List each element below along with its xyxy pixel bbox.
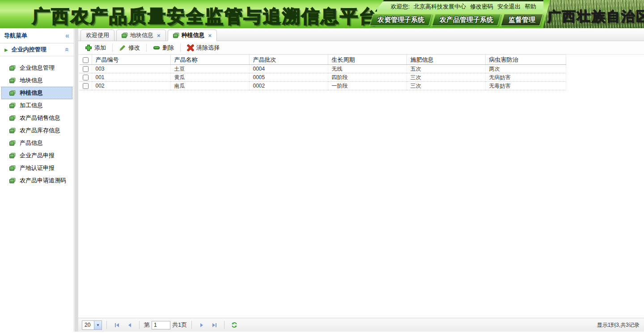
button-label: 修改	[128, 44, 140, 52]
cell-product-code: 001	[92, 73, 170, 82]
edit-icon	[119, 44, 126, 51]
sidebar-item-plot-info[interactable]: 地块信息	[0, 74, 74, 87]
tab-label: 地块信息	[130, 31, 153, 39]
cell-product-name: 土豆	[170, 65, 249, 73]
close-icon[interactable]: ×	[208, 32, 212, 39]
sidebar-item-label: 企业信息管理	[20, 64, 55, 72]
accordion-header-internal-control[interactable]: ▶ 企业内控管理 «	[0, 43, 74, 56]
next-page-button[interactable]	[196, 320, 207, 330]
cell-product-batch: 0004	[249, 65, 328, 73]
cell-fertilization: 五次	[407, 65, 485, 73]
sidebar-item-label: 产地认证申报	[20, 164, 55, 172]
column-header-product-code[interactable]: 产品编号	[92, 55, 170, 65]
folder-icon	[9, 115, 16, 121]
sidebar-item-label: 农产品销售信息	[20, 114, 60, 122]
sidebar-item-enterprise-info[interactable]: 企业信息管理	[0, 62, 74, 74]
tab-plot-info[interactable]: 地块信息 ×	[116, 30, 166, 41]
total-pages-label: 共1页	[172, 321, 187, 329]
sidebar-item-product-info[interactable]: 产品信息	[0, 137, 74, 149]
add-button[interactable]: 添加	[81, 42, 110, 53]
cell-pest-control: 无毒妨害	[485, 82, 566, 90]
button-label: 添加	[94, 44, 106, 52]
folder-icon	[9, 90, 16, 96]
application-window: 广西农产品质量安全监管与追溯信息平台 欢迎您: 北京高科技发展中心 修改密码 安…	[0, 0, 644, 333]
help-link[interactable]: 帮助	[525, 3, 536, 11]
column-header-pest-control[interactable]: 病虫害防治	[485, 55, 566, 65]
row-checkbox[interactable]	[83, 83, 89, 89]
refresh-button[interactable]	[229, 320, 240, 330]
pager-separator	[139, 321, 140, 329]
sidebar-item-label: 产品信息	[20, 139, 43, 147]
change-password-link[interactable]: 修改密码	[470, 3, 493, 11]
sidebar-item-product-declaration[interactable]: 企业产品申报	[0, 149, 74, 162]
sidebar-splitter[interactable]	[75, 28, 78, 332]
pager-status: 显示1到3,共3记录	[597, 321, 640, 329]
header-right-area: 欢迎您: 北京高科技发展中心 修改密码 安全退出 帮助 农资管理子系统 农产品管…	[371, 0, 543, 26]
row-checkbox[interactable]	[83, 75, 89, 80]
cell-product-name: 黄瓜	[170, 73, 249, 82]
tab-planting-info[interactable]: 种植信息 ×	[168, 30, 217, 41]
select-all-checkbox[interactable]	[83, 57, 89, 63]
sidebar-item-processing-info[interactable]: 加工信息	[0, 99, 74, 112]
page-size-select[interactable]: 20 ▼	[82, 320, 102, 330]
folder-icon	[9, 65, 16, 71]
table-header-row: 产品编号 产品名称 产品批次 生长周期 施肥信息 病虫害防治	[80, 55, 566, 65]
first-page-icon	[114, 322, 120, 328]
page-number-input[interactable]	[152, 321, 170, 329]
subsystem-tab-supervision[interactable]: 监督管理	[500, 14, 543, 26]
sidebar-item-origin-certification[interactable]: 产地认证申报	[0, 162, 74, 174]
logout-link[interactable]: 安全退出	[497, 3, 521, 11]
delete-button[interactable]: 删除	[149, 42, 178, 53]
table-row[interactable]: 002 南瓜 0002 一阶段 三次 无毒妨害	[80, 82, 566, 90]
cell-product-name: 南瓜	[170, 82, 249, 90]
folder-icon	[9, 165, 16, 171]
navigation-sidebar: 导航菜单 « ▶ 企业内控管理 « 企业信息管理 地块信息 种植信息 加工信息	[0, 28, 74, 332]
first-page-button[interactable]	[111, 320, 122, 330]
accordion-collapse-icon[interactable]: «	[64, 48, 71, 52]
column-header-growth-cycle[interactable]: 生长周期	[328, 55, 407, 65]
close-icon[interactable]: ×	[157, 32, 161, 39]
clear-selection-button[interactable]: 清除选择	[183, 42, 224, 53]
subsystem-tab-agri-products[interactable]: 农产品管理子系统	[432, 14, 501, 26]
cell-product-batch: 0002	[249, 82, 328, 90]
subsystem-tab-agri-materials[interactable]: 农资管理子系统	[369, 14, 432, 26]
tab-welcome[interactable]: 欢迎使用	[80, 30, 114, 41]
button-label: 删除	[162, 44, 174, 52]
column-header-product-name[interactable]: 产品名称	[170, 55, 249, 65]
platform-title: 广西农产品质量安全监管与追溯信息平台	[32, 4, 378, 28]
table-row[interactable]: 003 土豆 0004 无线 五次 两次	[80, 65, 566, 73]
page-prefix-label: 第	[144, 321, 150, 329]
delete-icon	[153, 44, 160, 51]
prev-page-button[interactable]	[124, 320, 135, 330]
last-page-icon	[212, 322, 217, 328]
folder-icon	[9, 153, 16, 158]
sidebar-item-planting-info[interactable]: 种植信息	[1, 87, 72, 99]
tab-label: 种植信息	[182, 31, 205, 39]
edit-button[interactable]: 修改	[115, 42, 144, 53]
sidebar-menu: 企业信息管理 地块信息 种植信息 加工信息 农产品销售信息 农产品库存信息	[0, 56, 74, 187]
sidebar-collapse-icon[interactable]: «	[65, 32, 69, 39]
pager-separator	[224, 321, 225, 329]
cell-growth-cycle: 一阶段	[328, 82, 407, 90]
sidebar-item-label: 加工信息	[20, 101, 43, 110]
subsystem-tab-label: 农产品管理子系统	[440, 16, 493, 24]
pager-separator	[106, 321, 107, 329]
table-row[interactable]: 001 黄瓜 0005 四阶段 三次 无病妨害	[80, 73, 566, 82]
column-header-product-batch[interactable]: 产品批次	[249, 55, 328, 65]
nav-panel-header: 导航菜单 «	[0, 28, 74, 43]
last-page-button[interactable]	[209, 320, 220, 330]
sidebar-item-label: 农产品申请追溯码	[20, 177, 66, 185]
sidebar-item-inventory-info[interactable]: 农产品库存信息	[0, 124, 74, 137]
wheat-field-photo: 广西壮族自治区	[543, 0, 644, 28]
sidebar-item-label: 地块信息	[20, 76, 43, 84]
next-page-icon	[199, 322, 205, 328]
page-size-value: 20	[82, 322, 94, 328]
sidebar-item-trace-code-request[interactable]: 农产品申请追溯码	[0, 174, 74, 187]
content-tabbar: 欢迎使用 地块信息 × 种植信息 ×	[78, 28, 644, 41]
region-banner: 广西壮族自治区	[547, 8, 644, 26]
subsystem-tabs: 农资管理子系统 农产品管理子系统 监督管理	[371, 14, 542, 26]
column-header-fertilization[interactable]: 施肥信息	[407, 55, 485, 65]
sidebar-item-sales-info[interactable]: 农产品销售信息	[0, 112, 74, 124]
main-content: 欢迎使用 地块信息 × 种植信息 × 添加 修改	[78, 28, 644, 332]
row-checkbox[interactable]	[83, 66, 89, 72]
